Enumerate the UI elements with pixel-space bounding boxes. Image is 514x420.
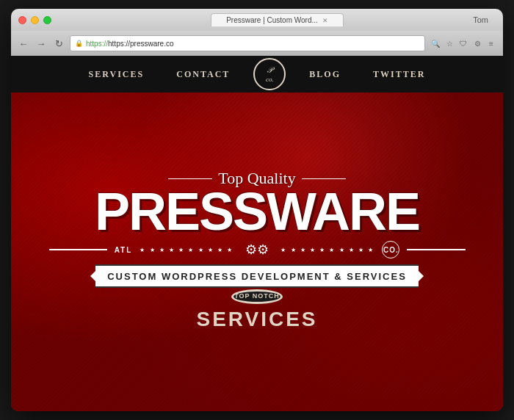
- divider-row: ATL ★ ★ ★ ★ ★ ★ ★ ★ ★ ★ ⚙⚙ ★ ★ ★ ★ ★ ★ ★…: [49, 241, 466, 258]
- url-text: https://https://pressware.co: [86, 40, 174, 48]
- stars-left: ★ ★ ★ ★ ★ ★ ★ ★ ★ ★: [140, 247, 234, 253]
- top-quality-text: Top Quality: [218, 169, 295, 188]
- nav-logo[interactable]: 𝒫co.: [253, 58, 286, 90]
- minimize-button[interactable]: [31, 16, 39, 24]
- services-peek-text: SERVICES: [196, 308, 317, 331]
- co-badge: CO.: [382, 241, 399, 258]
- divider-left: [49, 249, 107, 250]
- site-nav: SERVICES CONTACT 𝒫co. BLOG TWITTER: [11, 56, 503, 93]
- search-icon[interactable]: 🔍: [430, 37, 441, 49]
- toolbar-icons: 🔍 ☆ 🛡 ⚙ ≡: [430, 37, 497, 49]
- back-button[interactable]: ←: [17, 37, 30, 50]
- extension-icon[interactable]: ⚙: [471, 37, 483, 49]
- menu-icon[interactable]: ≡: [485, 37, 497, 49]
- tab-title: Pressware | Custom Word...: [226, 16, 318, 24]
- website-content: SERVICES CONTACT 𝒫co. BLOG TWITTER Top Q…: [11, 56, 503, 411]
- maximize-button[interactable]: [43, 16, 51, 24]
- nav-twitter[interactable]: TWITTER: [357, 69, 441, 80]
- user-label: Tom: [473, 15, 488, 24]
- star-icon[interactable]: ☆: [444, 37, 455, 49]
- refresh-button[interactable]: ↻: [52, 37, 65, 50]
- nav-services[interactable]: SERVICES: [73, 69, 161, 80]
- divider-right: [407, 249, 465, 250]
- close-button[interactable]: [18, 16, 26, 24]
- url-https: https://: [86, 40, 108, 48]
- tab-bar: Pressware | Custom Word... ✕ Tom: [59, 13, 496, 26]
- title-bar: Pressware | Custom Word... ✕ Tom: [11, 9, 503, 31]
- browser-window: Pressware | Custom Word... ✕ Tom ← → ↻ 🔒…: [11, 9, 503, 411]
- lock-icon: 🔒: [75, 40, 83, 47]
- forward-button[interactable]: →: [35, 37, 48, 50]
- nav-contact[interactable]: CONTACT: [160, 69, 246, 80]
- nav-blog[interactable]: BLOG: [293, 69, 357, 80]
- nav-logo-text: 𝒫co.: [266, 65, 274, 83]
- banner: CUSTOM WORDPRESS DEVELOPMENT & SERVICES: [95, 264, 419, 288]
- banner-text: CUSTOM WORDPRESS DEVELOPMENT & SERVICES: [107, 271, 407, 282]
- tab-close-icon[interactable]: ✕: [322, 17, 328, 24]
- hero-content: Top Quality PRESSWARE ATL ★ ★ ★ ★ ★ ★ ★ …: [11, 162, 503, 298]
- url-domain: https://pressware.co: [108, 40, 173, 48]
- stars-right: ★ ★ ★ ★ ★ ★ ★ ★ ★ ★: [280, 247, 374, 253]
- atl-badge: ATL: [115, 246, 133, 254]
- traffic-lights: [18, 16, 51, 24]
- shield-icon[interactable]: 🛡: [457, 37, 469, 49]
- pressware-title: PRESSWARE: [95, 185, 419, 238]
- url-bar[interactable]: 🔒 https://https://pressware.co: [70, 35, 425, 51]
- hero-section: Top Quality PRESSWARE ATL ★ ★ ★ ★ ★ ★ ★ …: [11, 93, 503, 411]
- gears-icon: ⚙⚙: [245, 242, 269, 258]
- address-bar: ← → ↻ 🔒 https://https://pressware.co 🔍 ☆…: [11, 31, 503, 56]
- browser-tab[interactable]: Pressware | Custom Word... ✕: [211, 13, 344, 26]
